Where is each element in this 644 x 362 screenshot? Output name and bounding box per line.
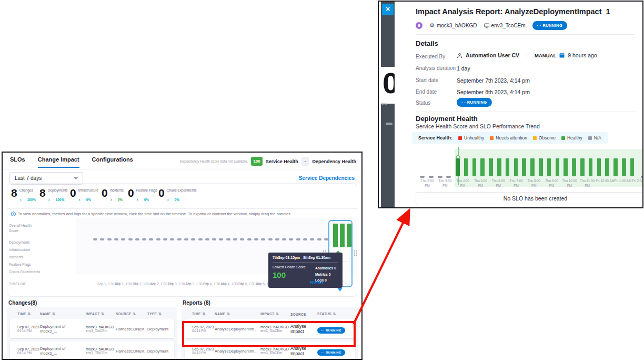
na-dash [177, 238, 182, 240]
selection-right-drag-handle[interactable] [354, 250, 355, 252]
legend-item-healthy: Healthy [561, 135, 582, 140]
table-row[interactable]: Sep 07, 202304:14 PMDeployment of mock3_… [10, 319, 174, 338]
sort-icon[interactable]: ⇅ [28, 312, 31, 316]
health-score-bar [456, 158, 460, 176]
legend-title: Service Health: [418, 135, 452, 140]
na-dash [247, 238, 251, 240]
x-axis-label: Thu 3:00 PM [436, 178, 455, 188]
reports-table: TIME⇅NAME⇅IMPACT⇅SOURCESTATUS⇅Sep 07, 20… [182, 307, 358, 360]
detail-value-end-date: September 8th 2023, 4:14 pm [457, 89, 530, 95]
tooltip-lowest-label: Lowest Health Score [273, 265, 306, 269]
trend-up-icon: ▲ [167, 198, 169, 201]
stat-label: Infrastructure [78, 188, 98, 192]
health-score-bar [489, 158, 493, 176]
column-header-impact[interactable]: IMPACT⇅ [86, 312, 116, 316]
screenshot-canvas: SLOsChange ImpactConfigurations Dependen… [0, 0, 644, 362]
stat-value: 8 [11, 187, 17, 198]
sort-icon[interactable]: ⇅ [52, 312, 55, 316]
sort-icon[interactable]: ⇅ [158, 312, 162, 316]
na-dash [212, 238, 216, 240]
x-axis-label: Thu 7:00 PM [507, 178, 526, 188]
divider [527, 52, 527, 58]
health-score-bar [506, 158, 510, 176]
stats-divider [7, 208, 357, 209]
selection-left-drag-handle[interactable] [323, 250, 324, 252]
legend-label: Unhealthy [464, 135, 484, 140]
na-dash [100, 238, 104, 240]
cell-impact: mock3_bAOKGDenv3_TcoCEm [260, 347, 290, 355]
gear-icon: ⚙ [429, 22, 435, 29]
impact-environment: env3_TcoCEm [86, 329, 116, 333]
na-dash [420, 176, 425, 178]
na-dash [156, 238, 160, 240]
table-row[interactable]: Sep 07, 202304:14 PMAnalyzeDeploymentIm.… [185, 319, 355, 338]
health-score-bar [630, 158, 635, 176]
stat-side: Feature Flags▲0% [136, 187, 157, 203]
sort-icon[interactable]: ⇅ [333, 312, 336, 316]
na-dash [205, 238, 209, 240]
tab-change-impact[interactable]: Change Impact [38, 156, 79, 168]
column-header-name[interactable]: NAME⇅ [215, 312, 260, 316]
service-dependencies-link[interactable]: Service Dependencies [299, 175, 355, 181]
calendar-icon [559, 53, 565, 58]
trigger-type: MANUAL [535, 53, 556, 58]
change-impact-panel: SLOsChange ImpactConfigurations Dependen… [2, 152, 363, 360]
changes_table-header-row: TIME⇅NAME⇅IMPACT⇅SOURCE⇅TYPE⇅ [7, 307, 177, 319]
user-icon [457, 53, 462, 58]
na-dash [142, 238, 146, 240]
na-dash [191, 238, 195, 240]
x-axis-label: Thu 8:00 PM [525, 178, 544, 188]
legend-item-needs-attention: Needs attention [490, 135, 527, 140]
column-header-impact[interactable]: IMPACT⇅ [260, 312, 290, 316]
stat-deployments: 8Deployments▲100% [39, 187, 68, 203]
sort-icon[interactable]: ⇅ [227, 312, 230, 316]
column-header-name[interactable]: NAME⇅ [40, 312, 86, 316]
sort-icon[interactable]: ⇅ [101, 312, 104, 316]
column-header-time[interactable]: TIME⇅ [192, 312, 215, 316]
table-row[interactable]: Sep 07, 202304:10 PMAnalyzeDeploymentIm.… [185, 341, 355, 360]
cell-source: Analyse Impact [290, 324, 317, 334]
stat-pct: 0% [118, 198, 123, 202]
status-badge: RUNNING [457, 98, 492, 107]
column-header-source[interactable]: SOURCE⇅ [116, 312, 147, 316]
stat-change: ▲100% [19, 194, 36, 203]
impact-service: mock3_bAOKGD [86, 347, 116, 351]
tooltip-lowest-value: 100 [273, 270, 306, 279]
time-date: Sep 07, 2023 [192, 347, 215, 351]
cell-time: Sep 07, 202304:10 PM [192, 347, 215, 355]
sort-icon[interactable]: ⇅ [276, 312, 279, 316]
cell-type: Deployment [147, 349, 174, 354]
cell-name: AnalyzeDeploymentIm... [215, 349, 260, 354]
changes-table: TIME⇅NAME⇅IMPACT⇅SOURCE⇅TYPE⇅Sep 07, 202… [7, 307, 177, 360]
reports_table-header-row: TIME⇅NAME⇅IMPACT⇅SOURCESTATUS⇅ [182, 307, 358, 319]
info-text: To view anomalies, metrics and logs for … [18, 212, 291, 216]
tooltip-metric-anamolies: Anamolies 0 [315, 265, 336, 272]
sort-icon[interactable]: ⇅ [133, 312, 136, 316]
column-header-status[interactable]: STATUS⇅ [317, 312, 358, 316]
tab-configurations[interactable]: Configurations [92, 156, 133, 168]
na-dash [184, 238, 188, 240]
detail-label-start-date: Start date [416, 77, 438, 83]
executed-by-label: Executed By [416, 54, 445, 59]
impact-analysis-report-drawer: 0 exp × Impact Analysis Report: AnalyzeD… [378, 1, 643, 208]
x-axis-label: Thu 10:00 PM [560, 178, 579, 188]
sort-icon[interactable]: ⇅ [203, 312, 206, 316]
tab-slos[interactable]: SLOs [10, 156, 25, 168]
impact-environment: env3_TcoCEm [86, 351, 116, 355]
selection-pointer-icon [337, 288, 343, 291]
close-icon[interactable]: × [382, 4, 394, 15]
timeline-row-overall-health-score: Overall Health Score [9, 223, 42, 233]
column-header-time[interactable]: TIME⇅ [17, 312, 40, 316]
stat-side: Incidents▲0% [110, 187, 124, 203]
trend-up-icon: ▲ [48, 198, 51, 201]
report-subtitle-row: ⚙ mock3_bAOKGD env3_TcoCEm RUNNING [416, 21, 567, 30]
health-score-bar [572, 158, 576, 176]
column-header-source[interactable]: SOURCE [290, 313, 317, 316]
stat-pct: 0% [144, 198, 149, 202]
reset-link[interactable]: Reset [310, 279, 324, 285]
stat-change: ▲100% [48, 194, 68, 203]
column-header-type[interactable]: TYPE⇅ [147, 312, 177, 316]
trend-up-icon: ▲ [136, 198, 139, 201]
x-axis-label: Thu 5:00 PM [471, 178, 490, 188]
table-row[interactable]: Sep 07, 202304:14 PMDeployment of mock3_… [10, 341, 174, 360]
